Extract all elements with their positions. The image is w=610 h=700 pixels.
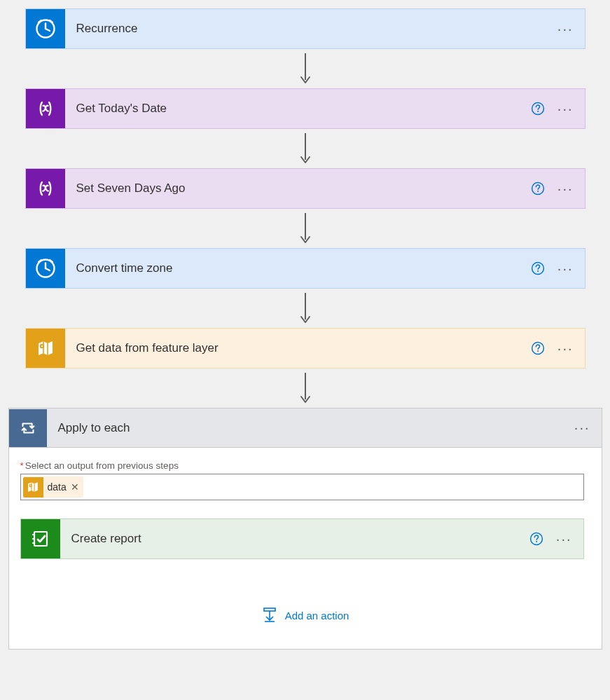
- token-label: data: [48, 481, 67, 493]
- connector-arrow: [298, 209, 312, 248]
- output-input[interactable]: data✕: [20, 474, 584, 500]
- map-icon: [23, 477, 43, 497]
- flow-step[interactable]: Get data from feature layer···: [25, 328, 585, 369]
- flow-step[interactable]: Recurrence···: [25, 8, 585, 49]
- step-title: Convert time zone: [65, 261, 531, 275]
- more-menu-icon[interactable]: ···: [557, 181, 574, 195]
- flow-step[interactable]: Get Today's Date···: [25, 88, 585, 129]
- clock-icon: [26, 9, 65, 48]
- variable-icon: [26, 89, 65, 128]
- help-icon[interactable]: [531, 102, 545, 116]
- add-action-icon: [261, 607, 278, 624]
- help-icon[interactable]: [531, 181, 545, 195]
- step-title: Set Seven Days Ago: [65, 181, 531, 195]
- help-icon[interactable]: [531, 341, 545, 355]
- loop-icon: [9, 409, 47, 447]
- help-icon[interactable]: [529, 532, 543, 546]
- more-menu-icon[interactable]: ···: [556, 532, 572, 546]
- more-menu-icon[interactable]: ···: [574, 420, 590, 435]
- dynamic-content-token[interactable]: data✕: [23, 476, 83, 497]
- connector-arrow: [298, 49, 312, 88]
- more-menu-icon[interactable]: ···: [557, 102, 574, 116]
- container-header[interactable]: Apply to each···: [9, 409, 602, 448]
- step-title: Get Today's Date: [65, 102, 531, 116]
- connector-arrow: [298, 289, 312, 328]
- step-title: Get data from feature layer: [65, 341, 531, 355]
- more-menu-icon[interactable]: ···: [557, 22, 574, 36]
- field-label: *Select an output from previous steps: [20, 460, 590, 471]
- step-title: Recurrence: [65, 22, 557, 36]
- add-action-button[interactable]: Add an action: [20, 607, 590, 624]
- connector-arrow: [298, 129, 312, 168]
- step-title: Create report: [60, 532, 529, 546]
- apply-to-each-container: Apply to each···*Select an output from p…: [8, 408, 602, 650]
- map-icon: [26, 329, 65, 368]
- clock-icon: [26, 249, 65, 288]
- flow-step[interactable]: Create report···: [20, 519, 584, 559]
- variable-icon: [26, 169, 65, 208]
- more-menu-icon[interactable]: ···: [557, 341, 574, 355]
- remove-token-icon[interactable]: ✕: [71, 481, 79, 493]
- connector-arrow: [298, 369, 312, 408]
- report-icon: [21, 519, 60, 558]
- container-title: Apply to each: [47, 421, 574, 435]
- more-menu-icon[interactable]: ···: [557, 261, 574, 275]
- flow-step[interactable]: Set Seven Days Ago···: [25, 168, 585, 209]
- flow-step[interactable]: Convert time zone···: [25, 248, 585, 289]
- help-icon[interactable]: [531, 261, 545, 275]
